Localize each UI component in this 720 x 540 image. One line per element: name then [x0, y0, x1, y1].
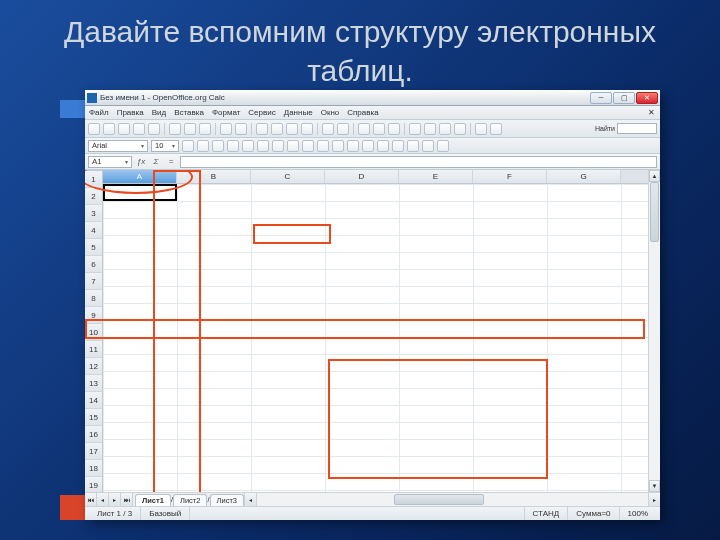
- preview-icon[interactable]: [199, 123, 211, 135]
- row-header-9[interactable]: 9: [85, 307, 102, 324]
- formula-input[interactable]: [180, 156, 657, 168]
- align-justify-icon[interactable]: [272, 140, 284, 152]
- undo-icon[interactable]: [322, 123, 334, 135]
- close-button[interactable]: ✕: [636, 92, 658, 104]
- cut-icon[interactable]: [256, 123, 268, 135]
- merge-icon[interactable]: [287, 140, 299, 152]
- column-header-G[interactable]: G: [547, 170, 621, 183]
- align-center-icon[interactable]: [242, 140, 254, 152]
- minimize-button[interactable]: ─: [590, 92, 612, 104]
- chart-icon[interactable]: [409, 123, 421, 135]
- row-header-11[interactable]: 11: [85, 341, 102, 358]
- sort-desc-icon[interactable]: [388, 123, 400, 135]
- hyperlink-icon[interactable]: [358, 123, 370, 135]
- column-header-D[interactable]: D: [325, 170, 399, 183]
- column-header-B[interactable]: B: [177, 170, 251, 183]
- help-icon[interactable]: [490, 123, 502, 135]
- search-input[interactable]: [617, 123, 657, 134]
- column-header-E[interactable]: E: [399, 170, 473, 183]
- add-decimal-icon[interactable]: [347, 140, 359, 152]
- font-name-select[interactable]: Arial ▾: [88, 140, 148, 152]
- menu-window[interactable]: Окно: [321, 108, 340, 117]
- borders-icon[interactable]: [407, 140, 419, 152]
- row-header-17[interactable]: 17: [85, 443, 102, 460]
- align-left-icon[interactable]: [227, 140, 239, 152]
- pdf-icon[interactable]: [169, 123, 181, 135]
- copy-icon[interactable]: [271, 123, 283, 135]
- row-header-6[interactable]: 6: [85, 256, 102, 273]
- menu-help[interactable]: Справка: [347, 108, 378, 117]
- status-zoom[interactable]: 100%: [620, 507, 656, 520]
- scroll-down-button[interactable]: ▼: [649, 480, 660, 492]
- align-right-icon[interactable]: [257, 140, 269, 152]
- sheet-tab-2[interactable]: Лист2: [173, 494, 207, 506]
- row-header-15[interactable]: 15: [85, 409, 102, 426]
- mail-icon[interactable]: [133, 123, 145, 135]
- row-header-13[interactable]: 13: [85, 375, 102, 392]
- tab-prev-button[interactable]: ◂: [97, 493, 109, 506]
- currency-icon[interactable]: [302, 140, 314, 152]
- spellcheck-icon[interactable]: [220, 123, 232, 135]
- sum-icon[interactable]: Σ: [150, 156, 162, 168]
- row-header-4[interactable]: 4: [85, 222, 102, 239]
- cell-reference-box[interactable]: A1 ▾: [88, 156, 132, 168]
- tab-first-button[interactable]: ⏮: [85, 493, 97, 506]
- data-source-icon[interactable]: [454, 123, 466, 135]
- column-header-C[interactable]: C: [251, 170, 325, 183]
- indent-inc-icon[interactable]: [392, 140, 404, 152]
- remove-decimal-icon[interactable]: [362, 140, 374, 152]
- print-icon[interactable]: [184, 123, 196, 135]
- menu-edit[interactable]: Правка: [117, 108, 144, 117]
- equals-icon[interactable]: =: [165, 156, 177, 168]
- row-header-16[interactable]: 16: [85, 426, 102, 443]
- tab-last-button[interactable]: ⏭: [121, 493, 133, 506]
- save-icon[interactable]: [118, 123, 130, 135]
- font-size-select[interactable]: 10 ▾: [151, 140, 179, 152]
- column-header-A[interactable]: A: [103, 170, 177, 183]
- redo-icon[interactable]: [337, 123, 349, 135]
- menu-tools[interactable]: Сервис: [248, 108, 275, 117]
- cells-area[interactable]: [103, 184, 648, 492]
- italic-icon[interactable]: [197, 140, 209, 152]
- sort-asc-icon[interactable]: [373, 123, 385, 135]
- bold-icon[interactable]: [182, 140, 194, 152]
- fx-wizard-icon[interactable]: ƒx: [135, 156, 147, 168]
- maximize-button[interactable]: ▢: [613, 92, 635, 104]
- sheet-tab-1[interactable]: Лист1: [135, 494, 171, 506]
- menu-view[interactable]: Вид: [152, 108, 166, 117]
- row-header-7[interactable]: 7: [85, 273, 102, 290]
- row-header-3[interactable]: 3: [85, 205, 102, 222]
- row-header-8[interactable]: 8: [85, 290, 102, 307]
- menu-insert[interactable]: Вставка: [174, 108, 204, 117]
- fontcolor-icon[interactable]: [437, 140, 449, 152]
- row-header-18[interactable]: 18: [85, 460, 102, 477]
- percent-icon[interactable]: [317, 140, 329, 152]
- open-icon[interactable]: [103, 123, 115, 135]
- row-header-12[interactable]: 12: [85, 358, 102, 375]
- scroll-up-button[interactable]: ▲: [649, 170, 660, 182]
- gallery-icon[interactable]: [424, 123, 436, 135]
- hscroll-left-button[interactable]: ◂: [244, 493, 256, 506]
- sheet-tab-3[interactable]: Лист3: [210, 494, 244, 506]
- hscroll-track[interactable]: [256, 493, 648, 506]
- row-header-1[interactable]: 1: [85, 171, 102, 188]
- tab-next-button[interactable]: ▸: [109, 493, 121, 506]
- row-header-5[interactable]: 5: [85, 239, 102, 256]
- menu-data[interactable]: Данные: [284, 108, 313, 117]
- edit-doc-icon[interactable]: [148, 123, 160, 135]
- vscroll-thumb[interactable]: [650, 182, 659, 242]
- indent-dec-icon[interactable]: [377, 140, 389, 152]
- underline-icon[interactable]: [212, 140, 224, 152]
- column-header-F[interactable]: F: [473, 170, 547, 183]
- new-icon[interactable]: [88, 123, 100, 135]
- format-paint-icon[interactable]: [301, 123, 313, 135]
- vscroll-track[interactable]: [649, 182, 660, 480]
- paste-icon[interactable]: [286, 123, 298, 135]
- row-header-14[interactable]: 14: [85, 392, 102, 409]
- bgcolor-icon[interactable]: [422, 140, 434, 152]
- row-header-10[interactable]: 10: [85, 324, 102, 341]
- autopilot-icon[interactable]: [235, 123, 247, 135]
- hscroll-right-button[interactable]: ▸: [648, 493, 660, 506]
- zoom-icon[interactable]: [475, 123, 487, 135]
- row-header-19[interactable]: 19: [85, 477, 102, 492]
